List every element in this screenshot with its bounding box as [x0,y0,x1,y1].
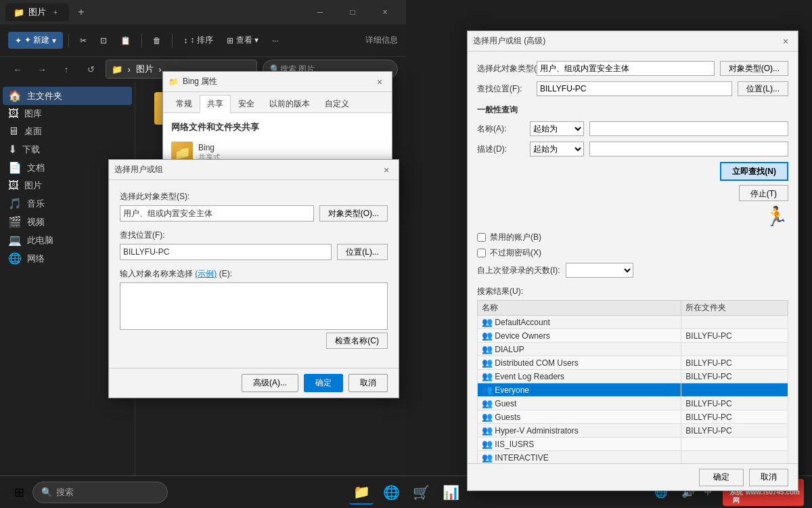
adv-ok-btn[interactable]: 确定 [699,469,744,486]
download-icon: ⬇ [8,143,17,156]
result-row-6[interactable]: 👥 GuestBILLYFU-PC [478,397,788,410]
advanced-btn[interactable]: 高级(A)... [242,374,298,392]
adv-name-condition[interactable]: 起始为 [530,121,584,136]
sidebar-label-desktop: 桌面 [24,125,42,137]
music-icon: 🎵 [8,197,22,210]
adv-general-title: 一般性查询 [477,104,788,116]
search-now-btn[interactable]: 立即查找(N) [720,162,788,181]
result-name-2: 👥 DIALUP [478,343,681,356]
copy-btn[interactable]: ⊡ [95,33,112,48]
back-btn[interactable]: ← [8,60,27,79]
view-btn[interactable]: ⊞ 查看 ▾ [221,32,264,49]
new-btn[interactable]: ✦ ✦ 新建 ▾ [8,32,63,49]
sidebar-label-documents: 文档 [27,162,45,174]
sidebar-label-music: 音乐 [27,198,45,210]
object-type-btn[interactable]: 对象类型(O)... [319,205,388,221]
bing-tab-custom[interactable]: 自定义 [317,95,357,112]
taskbar-explorer-icon[interactable]: 📁 [349,480,374,505]
row-icon: 👥 [482,412,493,422]
adv-titlebar: 选择用户或组 (高级) × [468,31,798,51]
sidebar-item-home[interactable]: 🏠 主文件夹 [3,87,132,105]
taskbar-excel-icon[interactable]: 📊 [438,480,463,505]
object-type-row: 选择此对象类型(S): 用户、组或内置安全主体 对象类型(O)... [120,191,388,221]
result-row-8[interactable]: 👥 Hyper-V AdministratorsBILLYFU-PC [478,424,788,438]
adv-desc-input[interactable] [589,142,788,156]
taskbar-search[interactable]: 🔍 搜索 [32,482,168,503]
result-row-2[interactable]: 👥 DIALUP [478,343,788,356]
object-name-input[interactable] [120,282,388,330]
paste-btn[interactable]: 📋 [115,33,136,48]
sort-btn[interactable]: ↕ ↕ 排序 [178,32,218,49]
more-btn[interactable]: ··· [267,33,284,48]
no-expire-checkbox[interactable] [477,249,486,257]
adv-close-btn[interactable]: × [779,35,792,48]
adv-name-input[interactable] [589,121,788,136]
example-link[interactable]: (示例) [195,269,217,278]
up-btn[interactable]: ↑ [57,60,76,79]
result-row-1[interactable]: 👥 Device OwnersBILLYFU-PC [478,329,788,343]
stop-btn[interactable]: 停止(T) [739,185,788,201]
row-icon: 👥 [482,425,493,436]
result-location-6: BILLYFU-PC [681,397,788,410]
sidebar-label-thispc: 此电脑 [27,234,53,247]
result-row-9[interactable]: 👥 IIS_IUSRS [478,438,788,451]
select-user-ok-btn[interactable]: 确定 [304,374,343,392]
taskbar-edge-icon[interactable]: 🌐 [379,480,403,505]
result-name-9: 👥 IIS_IUSRS [478,438,681,451]
check-name-btn[interactable]: 检查名称(C) [326,333,388,349]
detail-info-label: 详细信息 [365,35,398,46]
adv-days-select[interactable] [566,263,633,278]
bing-props-close-btn[interactable]: × [373,75,386,89]
sidebar-item-gallery[interactable]: 🖼 图库 [3,105,132,123]
bing-tab-security[interactable]: 安全 [231,95,262,112]
adv-desc-condition[interactable]: 起始为 [530,142,584,156]
select-user-cancel-btn[interactable]: 取消 [348,374,388,392]
refresh-btn[interactable]: ↺ [81,60,100,79]
forward-btn[interactable]: → [32,60,51,79]
location-btn[interactable]: 位置(L)... [337,244,388,260]
adv-cancel-btn[interactable]: 取消 [749,469,788,486]
minimize-btn[interactable]: ─ [304,2,336,22]
address-path: › [125,64,133,75]
result-row-10[interactable]: 👥 INTERACTIVE [478,451,788,464]
tab-close-btn[interactable]: + [50,7,61,18]
titlebar-tabs: 📁 图片 + + [5,3,91,22]
delete-btn[interactable]: 🗑 [148,33,166,48]
active-tab[interactable]: 📁 图片 + [5,3,69,21]
start-btn[interactable]: ⊞ [8,482,30,503]
computer-icon: 💻 [8,234,22,247]
location-input-area: BILLYFU-PC 位置(L)... [120,244,388,260]
separator-3 [172,34,173,47]
close-btn[interactable]: × [369,2,401,22]
bing-tab-general[interactable]: 常规 [168,95,200,112]
adv-object-type-btn[interactable]: 对象类型(O)... [720,61,788,76]
result-name-7: 👥 Guests [478,410,681,424]
documents-icon: 📄 [8,161,22,174]
bing-tab-sharing[interactable]: 共享 [200,95,231,113]
taskbar-store-icon[interactable]: 🛒 [409,480,433,505]
result-row-5[interactable]: 👥 Everyone [478,383,788,397]
adv-location-btn[interactable]: 位置(L)... [738,81,788,96]
videos-icon: 🎬 [8,215,22,228]
select-user-dialog: 选择用户或组 × 选择此对象类型(S): 用户、组或内置安全主体 对象类型(O)… [108,159,399,398]
select-user-close-btn[interactable]: × [380,163,393,177]
disabled-accounts-checkbox[interactable] [477,233,486,242]
bing-tab-previous[interactable]: 以前的版本 [262,95,317,112]
new-tab-btn[interactable]: + [72,3,91,22]
folder-tab-icon: 📁 [14,7,24,18]
adv-name-row: 名称(A): 起始为 [477,121,788,136]
result-row-3[interactable]: 👥 Distributed COM UsersBILLYFU-PC [478,356,788,370]
result-row-4[interactable]: 👥 Event Log ReadersBILLYFU-PC [478,370,788,383]
sidebar-item-downloads[interactable]: ⬇ 下载 [3,140,132,158]
adv-footer: 确定 取消 [468,463,798,490]
adv-query-area: 名称(A): 起始为 描述(D): 起始为 立即查找(N) 停止(T) 🏃 [477,121,788,228]
result-row-7[interactable]: 👥 GuestsBILLYFU-PC [478,410,788,424]
desktop-icon: 🖥 [8,125,19,137]
maximize-btn[interactable]: □ [337,2,368,22]
result-row-0[interactable]: 👥 DefaultAccount [478,316,788,329]
window-controls: ─ □ × [304,2,401,22]
sidebar-item-desktop[interactable]: 🖥 桌面 [3,123,132,140]
result-location-4: BILLYFU-PC [681,370,788,383]
cut-btn[interactable]: ✂ [74,33,92,48]
select-user-title: 选择用户或组 [114,164,380,175]
